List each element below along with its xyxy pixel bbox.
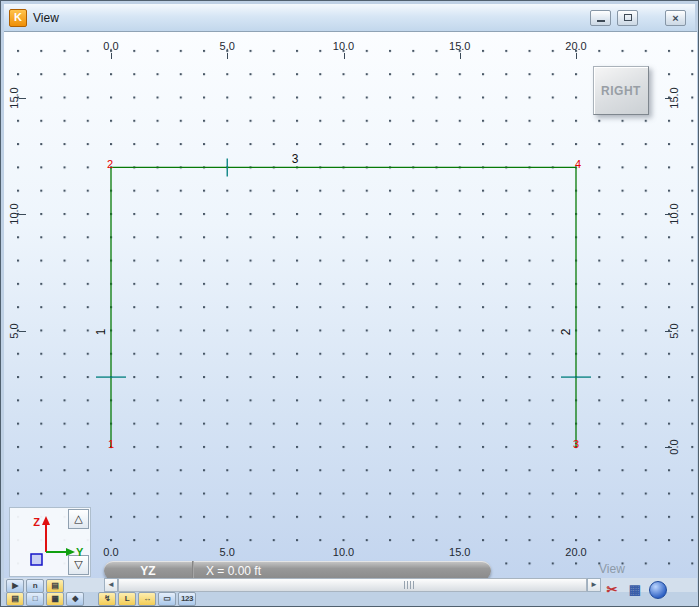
- drawing-area[interactable]: RIGHT △ ▽ Z Y YZ X = 0.00 ft View 0.05.0…: [4, 31, 697, 579]
- status-bar: YZ X = 0.00 ft: [104, 561, 491, 579]
- node-label-1[interactable]: 1: [108, 438, 114, 450]
- z-axis-label: Z: [33, 516, 40, 528]
- cursor-coordinate-label: X = 0.00 ft: [206, 564, 261, 578]
- bottom-scroll-row: ▶n▤ ◄ ►: [4, 578, 697, 592]
- model-view-icon[interactable]: □: [26, 592, 44, 606]
- toolbar-group-2: ↯L↔▭123: [98, 592, 196, 606]
- ruler-tick-left: [19, 331, 26, 332]
- app-icon: K: [9, 9, 27, 27]
- scissors-icon[interactable]: ✂: [603, 581, 621, 599]
- ruler-tick-left: [19, 98, 26, 99]
- ruler-label-top: 20.0: [561, 40, 591, 52]
- corner-toolbar: ✂▦: [603, 581, 667, 599]
- scroll-left-arrow[interactable]: ◄: [104, 578, 118, 592]
- dimension-icon[interactable]: ↔: [138, 592, 156, 606]
- globe-icon[interactable]: [649, 581, 667, 599]
- ruler-label-bottom: 15.0: [445, 546, 475, 558]
- scrollbar-grip-icon: [404, 581, 416, 589]
- scroll-right-arrow[interactable]: ►: [587, 578, 601, 592]
- ruler-label-bottom: 10.0: [329, 546, 359, 558]
- window-titlebar[interactable]: K View ×: [4, 4, 695, 32]
- background-window-text: View: [599, 562, 625, 576]
- ruler-label-top: 15.0: [445, 40, 475, 52]
- view-window: K View × RIGHT △ ▽ Z Y: [0, 0, 699, 607]
- ruler-label-top: 5.0: [212, 40, 242, 52]
- view-plane-label: YZ: [104, 564, 192, 578]
- orientation-panel: △ ▽ Z Y: [9, 507, 91, 577]
- x-axis-box-icon: [31, 554, 42, 565]
- toolbar-group-1: ▤□▦◆: [6, 592, 84, 606]
- spreadsheet-icon[interactable]: ▦: [626, 581, 644, 599]
- window-controls: ×: [584, 10, 686, 26]
- ruler-label-top: 0.0: [96, 40, 126, 52]
- section-icon[interactable]: ▭: [158, 592, 176, 606]
- ruler-tick-right: [665, 447, 672, 448]
- axis-triad-icon: Z Y: [12, 510, 92, 576]
- ruler-tick-right: [665, 214, 672, 215]
- ruler-tick-top: [576, 53, 577, 59]
- loads-icon[interactable]: ↯: [98, 592, 116, 606]
- modify-icon[interactable]: ◆: [66, 592, 84, 606]
- member-label-2: 2: [559, 325, 573, 339]
- member-label-1: 1: [94, 325, 108, 339]
- ruler-tick-left: [19, 214, 26, 215]
- new-sheet-icon[interactable]: ▤: [6, 592, 24, 606]
- numbering-icon[interactable]: 123: [178, 592, 196, 606]
- ruler-label-top: 10.0: [329, 40, 359, 52]
- node-label-4[interactable]: 4: [575, 158, 581, 170]
- window-title: View: [33, 11, 59, 25]
- ruler-label-bottom: 20.0: [561, 546, 591, 558]
- ruler-tick-top: [344, 53, 345, 59]
- minimize-button[interactable]: [590, 10, 611, 26]
- scrollbar-track[interactable]: [118, 578, 587, 592]
- ruler-label-bottom: 5.0: [212, 546, 242, 558]
- ruler-tick-top: [111, 53, 112, 59]
- ruler-tick-top: [227, 53, 228, 59]
- right-view-button[interactable]: RIGHT: [593, 66, 649, 115]
- snap-grid-icon[interactable]: ▦: [46, 592, 64, 606]
- ruler-tick-right: [665, 331, 672, 332]
- ruler-tick-top: [460, 53, 461, 59]
- close-button[interactable]: ×: [665, 10, 686, 26]
- scrollbar-thumb[interactable]: [118, 578, 587, 592]
- bottom-toolbar: ▤□▦◆ ↯L↔▭123: [6, 592, 210, 605]
- node-label-2[interactable]: 2: [107, 158, 113, 170]
- minimize-icon: [597, 20, 605, 22]
- status-divider: [192, 561, 194, 579]
- ruler-label-bottom: 0.0: [96, 546, 126, 558]
- close-icon: ×: [672, 12, 678, 24]
- draw-member-icon[interactable]: L: [118, 592, 136, 606]
- member-label-3: 3: [288, 152, 302, 166]
- y-axis-label: Y: [76, 546, 84, 558]
- horizontal-scrollbar[interactable]: ◄ ►: [104, 578, 601, 592]
- ruler-tick-right: [665, 98, 672, 99]
- maximize-button[interactable]: [617, 10, 638, 26]
- maximize-icon: [624, 14, 632, 21]
- node-label-3[interactable]: 3: [573, 438, 579, 450]
